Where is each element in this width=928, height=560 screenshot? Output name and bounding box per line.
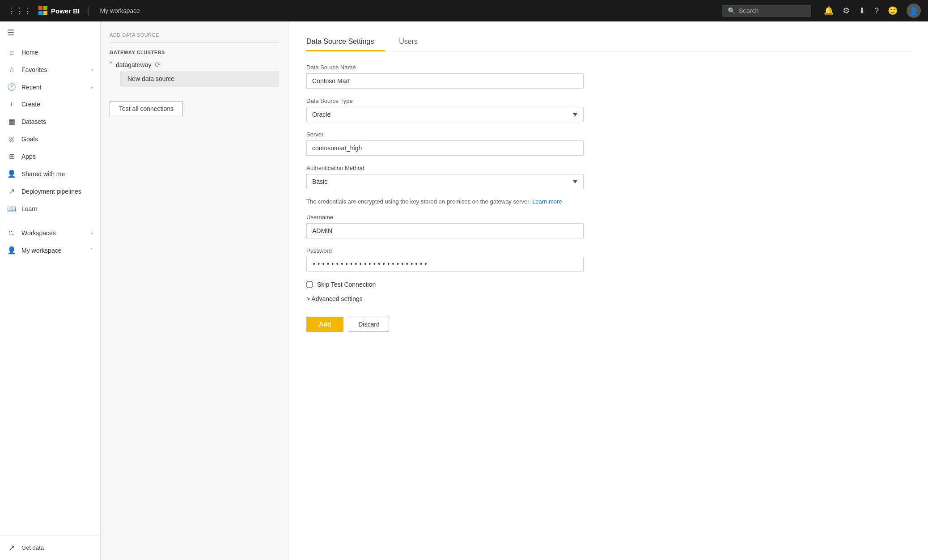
datasource-name-input[interactable] <box>306 73 584 89</box>
workspaces-icon: 🗂 <box>7 229 16 237</box>
tab-users[interactable]: Users <box>399 32 428 51</box>
sidebar-item-label: Learn <box>21 205 93 212</box>
search-placeholder: Search <box>739 7 759 14</box>
password-input[interactable] <box>306 257 584 272</box>
learn-icon: 📖 <box>7 204 16 213</box>
sidebar-item-favorites[interactable]: ☆ Favorites › <box>0 61 100 78</box>
username-group: Username <box>306 214 910 238</box>
discard-button[interactable]: Discard <box>349 317 389 332</box>
sidebar-item-datasets[interactable]: ▦ Datasets <box>0 113 100 130</box>
datasource-type-select[interactable]: Oracle SQL Server Analysis Services SAP … <box>306 107 584 122</box>
brand-label: Power BI <box>51 7 80 15</box>
get-data-icon: ↗ <box>7 543 16 552</box>
gateway-refresh-icon[interactable]: ⟳ <box>155 60 161 69</box>
favorites-icon: ☆ <box>7 65 16 74</box>
chevron-right-icon: › <box>91 84 93 90</box>
sidebar-item-label: Favorites <box>21 66 86 73</box>
username-input[interactable] <box>306 223 584 238</box>
tabs: Data Source Settings Users <box>306 32 910 51</box>
microsoft-logo: Power BI <box>38 6 80 15</box>
sidebar-bottom: ↗ Get data <box>0 535 100 560</box>
sidebar-item-label: Recent <box>21 84 86 91</box>
sidebar-item-label: Goals <box>21 136 93 143</box>
waffle-menu-icon[interactable]: ⋮⋮⋮ <box>7 6 31 16</box>
shared-icon: 👤 <box>7 170 16 178</box>
sidebar: ☰ ⌂ Home ☆ Favorites › 🕐 Recent › + Crea… <box>0 21 101 560</box>
panels: Add data source Gateway Clusters ˅ datag… <box>101 21 928 560</box>
tab-data-source-settings[interactable]: Data Source Settings <box>306 32 385 51</box>
ms-logo-icon <box>38 6 47 15</box>
sidebar-item-shared-with-me[interactable]: 👤 Shared with me <box>0 165 100 182</box>
datasource-name-group: Data Source Name <box>306 64 910 89</box>
sidebar-item-recent[interactable]: 🕐 Recent › <box>0 78 100 96</box>
notification-icon[interactable]: 🔔 <box>824 6 834 16</box>
sidebar-item-label: Apps <box>21 153 93 160</box>
learn-more-link[interactable]: Learn more <box>532 198 562 205</box>
apps-icon: ⊞ <box>7 152 16 161</box>
gateway-clusters-label: Gateway Clusters <box>110 50 279 55</box>
sidebar-item-label: Deployment pipelines <box>21 188 93 195</box>
my-workspace-icon: 👤 <box>7 246 16 255</box>
settings-icon[interactable]: ⚙ <box>843 6 850 16</box>
ms-logo-red <box>38 6 42 10</box>
sidebar-item-goals[interactable]: ◎ Goals <box>0 130 100 148</box>
auth-method-label: Authentication Method <box>306 165 910 171</box>
datasource-type-group: Data Source Type Oracle SQL Server Analy… <box>306 98 910 122</box>
form-actions: Add Discard <box>306 317 910 332</box>
smiley-icon[interactable]: 🙂 <box>888 6 898 16</box>
skip-test-connection-checkbox[interactable] <box>306 281 313 288</box>
username-label: Username <box>306 214 910 221</box>
server-label: Server <box>306 131 910 138</box>
recent-icon: 🕐 <box>7 83 16 91</box>
add-button[interactable]: Add <box>306 317 343 332</box>
sidebar-item-label: Get data <box>21 544 93 551</box>
advanced-settings-toggle[interactable]: > Advanced settings <box>306 295 910 302</box>
sidebar-nav: ⌂ Home ☆ Favorites › 🕐 Recent › + Create… <box>0 44 100 535</box>
sidebar-item-workspaces[interactable]: 🗂 Workspaces › <box>0 225 100 242</box>
skip-test-connection-row: Skip Test Connection <box>306 281 584 288</box>
content-area: Add data source Gateway Clusters ˅ datag… <box>101 21 928 560</box>
ms-logo-blue <box>38 11 42 15</box>
auth-method-select[interactable]: Basic Windows OAuth2 <box>306 174 584 189</box>
test-all-connections-button[interactable]: Test all connections <box>110 101 183 116</box>
datasource-name-label: Data Source Name <box>306 64 910 71</box>
sidebar-item-my-workspace[interactable]: 👤 My workspace ˅ <box>0 242 100 259</box>
datasource-type-label: Data Source Type <box>306 98 910 104</box>
credentials-note-text: The credentials are encrypted using the … <box>306 198 531 205</box>
topbar: ⋮⋮⋮ Power BI | My workspace 🔍 Search 🔔 ⚙… <box>0 0 928 21</box>
search-box[interactable]: 🔍 Search <box>722 5 811 17</box>
skip-test-connection-label[interactable]: Skip Test Connection <box>317 281 376 288</box>
chevron-right-icon: › <box>91 230 93 236</box>
credentials-note: The credentials are encrypted using the … <box>306 198 584 205</box>
download-icon[interactable]: ⬇ <box>859 6 865 16</box>
ms-logo-yellow <box>43 11 47 15</box>
password-label: Password <box>306 247 910 254</box>
sidebar-item-label: Datasets <box>21 118 93 125</box>
sidebar-item-label: Home <box>21 49 93 56</box>
gateway-name: datagateway <box>116 61 151 68</box>
home-icon: ⌂ <box>7 48 16 56</box>
sidebar-item-create[interactable]: + Create <box>0 96 100 113</box>
sidebar-item-label: My workspace <box>21 247 85 254</box>
ms-logo-green <box>43 6 47 10</box>
sidebar-toggle-button[interactable]: ☰ <box>0 21 100 44</box>
main-layout: ☰ ⌂ Home ☆ Favorites › 🕐 Recent › + Crea… <box>0 21 928 560</box>
sidebar-item-get-data[interactable]: ↗ Get data <box>0 539 100 556</box>
topbar-actions: 🔔 ⚙ ⬇ ? 🙂 👤 <box>824 4 921 18</box>
server-group: Server <box>306 131 910 156</box>
auth-method-group: Authentication Method Basic Windows OAut… <box>306 165 910 189</box>
help-icon[interactable]: ? <box>874 6 879 16</box>
deployment-icon: ↗ <box>7 187 16 195</box>
sidebar-item-apps[interactable]: ⊞ Apps <box>0 148 100 165</box>
sidebar-item-home[interactable]: ⌂ Home <box>0 44 100 61</box>
user-avatar[interactable]: 👤 <box>907 4 921 18</box>
datasets-icon: ▦ <box>7 117 16 126</box>
sidebar-item-learn[interactable]: 📖 Learn <box>0 200 100 217</box>
new-data-source-item[interactable]: New data source <box>120 71 279 87</box>
sidebar-item-deployment-pipelines[interactable]: ↗ Deployment pipelines <box>0 182 100 200</box>
create-icon: + <box>7 100 16 108</box>
gateway-cluster-item[interactable]: ˅ datagateway ⟳ <box>110 60 279 69</box>
chevron-down-icon: ˅ <box>110 62 112 68</box>
server-input[interactable] <box>306 140 584 156</box>
sidebar-item-label: Shared with me <box>21 170 93 178</box>
